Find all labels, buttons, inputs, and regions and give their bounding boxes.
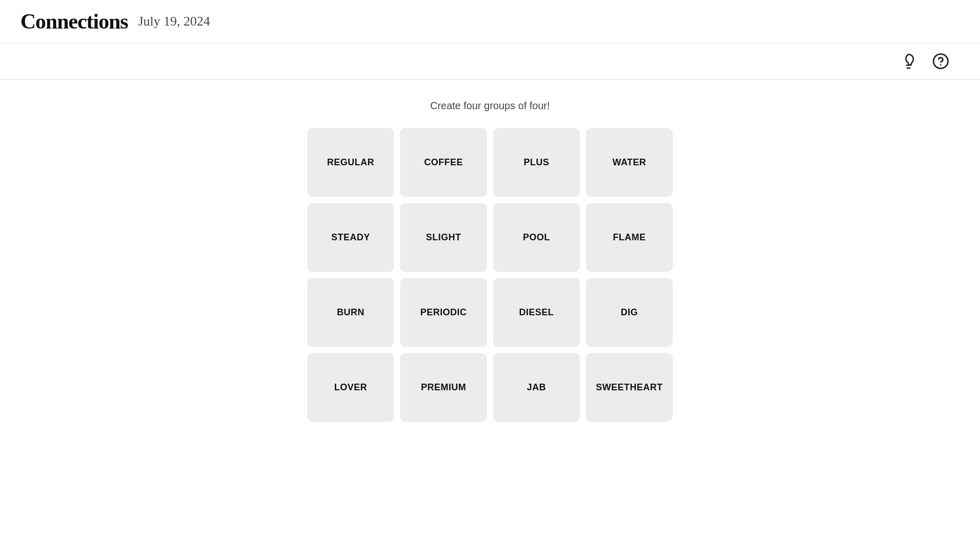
tile-burn[interactable]: BURN (307, 278, 394, 347)
tile-label: LOVER (334, 382, 368, 393)
tile-label: POOL (523, 232, 550, 243)
tile-label: BURN (337, 307, 364, 318)
page-date: July 19, 2024 (138, 14, 210, 29)
tile-sweetheart[interactable]: SWEETHEART (586, 353, 673, 422)
toolbar-icons (900, 53, 949, 70)
question-icon (932, 53, 949, 70)
lightbulb-icon (900, 53, 917, 69)
page-title: Connections (20, 9, 128, 34)
tile-label: PLUS (524, 157, 549, 168)
tile-label: DIG (621, 307, 638, 318)
tile-label: DIESEL (519, 307, 554, 318)
header: Connections July 19, 2024 (0, 0, 980, 43)
tile-lover[interactable]: LOVER (307, 353, 394, 422)
tile-jab[interactable]: JAB (493, 353, 580, 422)
tile-label: PREMIUM (421, 382, 467, 393)
tiles-grid: REGULARCOFFEEPLUSWATERSTEADYSLIGHTPOOLFL… (307, 128, 673, 422)
help-button[interactable] (932, 53, 949, 70)
tile-water[interactable]: WATER (586, 128, 673, 197)
toolbar (0, 43, 980, 80)
tile-regular[interactable]: REGULAR (307, 128, 394, 197)
tile-coffee[interactable]: COFFEE (400, 128, 487, 197)
tile-label: SLIGHT (426, 232, 461, 243)
tile-label: REGULAR (327, 157, 375, 168)
tile-periodic[interactable]: PERIODIC (400, 278, 487, 347)
tile-dig[interactable]: DIG (586, 278, 673, 347)
tile-label: SWEETHEART (596, 382, 663, 393)
tile-label: STEADY (331, 232, 370, 243)
tile-diesel[interactable]: DIESEL (493, 278, 580, 347)
tile-label: FLAME (613, 232, 646, 243)
hint-button[interactable] (900, 53, 917, 69)
tile-pool[interactable]: POOL (493, 203, 580, 272)
tile-slight[interactable]: SLIGHT (400, 203, 487, 272)
tile-label: JAB (527, 382, 546, 393)
subtitle: Create four groups of four! (430, 100, 550, 112)
tile-label: WATER (612, 157, 646, 168)
tile-label: COFFEE (424, 157, 463, 168)
tile-flame[interactable]: FLAME (586, 203, 673, 272)
main-content: Create four groups of four! REGULARCOFFE… (0, 80, 980, 422)
tile-steady[interactable]: STEADY (307, 203, 394, 272)
tile-label: PERIODIC (420, 307, 467, 318)
tile-premium[interactable]: PREMIUM (400, 353, 487, 422)
tile-plus[interactable]: PLUS (493, 128, 580, 197)
